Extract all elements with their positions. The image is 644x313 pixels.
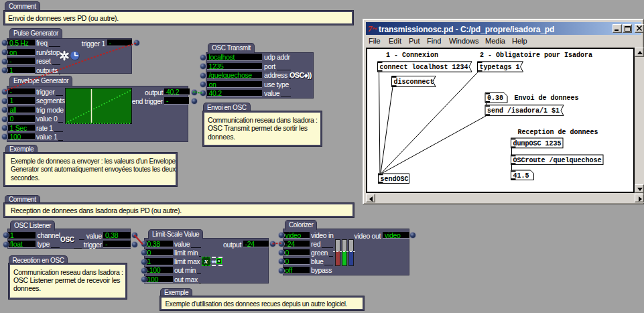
svg-text:typetags 1: typetags 1	[479, 64, 519, 71]
svg-text:connect localhost 1234: connect localhost 1234	[379, 64, 468, 71]
svg-text:1 - Connexion: 1 - Connexion	[386, 52, 438, 59]
svg-text:dumpOSC 1235: dumpOSC 1235	[513, 140, 561, 147]
svg-text:Reception de donnees: Reception de donnees	[517, 129, 598, 136]
svg-text:send /isadora/1 $1: send /isadora/1 $1	[487, 107, 560, 115]
svg-text:Envoi de donnees: Envoi de donnees	[514, 95, 578, 102]
svg-text:sendOSC: sendOSC	[380, 176, 408, 183]
svg-text:2 - Obligatoire pour Isadora: 2 - Obligatoire pour Isadora	[480, 52, 592, 59]
svg-text:41.5: 41.5	[513, 172, 529, 180]
svg-text:0.38: 0.38	[487, 95, 503, 102]
svg-text:disconnect: disconnect	[393, 78, 434, 86]
svg-text:OSCroute /quelquechose: OSCroute /quelquechose	[513, 157, 601, 164]
